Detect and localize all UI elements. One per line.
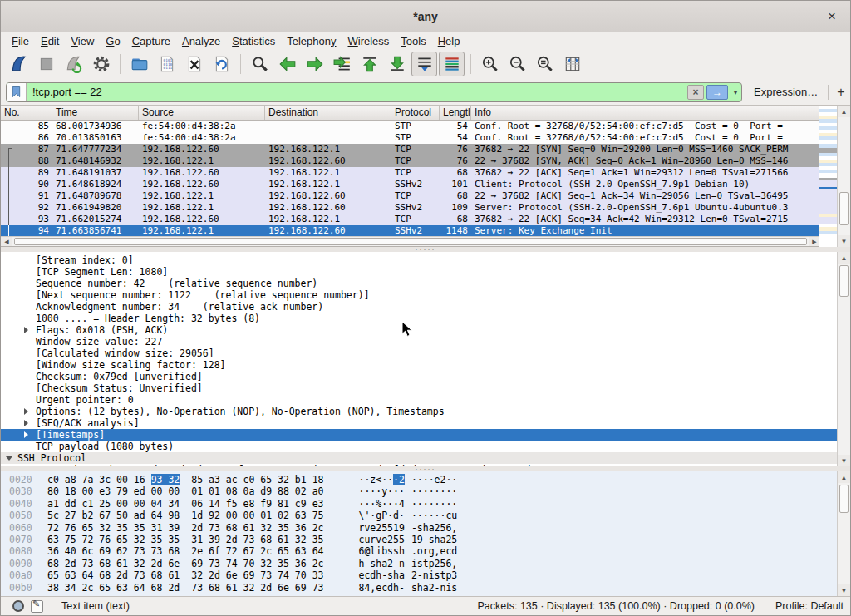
open-file-button[interactable] (126, 52, 152, 76)
hex-row[interactable]: 008036 40 6c 69 62 73 73 682e 6f 72 67 2… (1, 545, 850, 557)
expander-closed-icon[interactable] (24, 431, 28, 438)
menu-wireless[interactable]: Wireless (342, 34, 396, 48)
hex-row[interactable]: 0040a1 dd c1 25 00 00 04 3406 14 f5 e8 f… (1, 498, 850, 510)
hex-row[interactable]: 00a065 63 64 68 2d 73 68 6132 2d 6e 69 7… (1, 569, 850, 581)
detail-row[interactable]: Flags: 0x018 (PSH, ACK) (1, 324, 850, 336)
column-header-length[interactable]: Length (440, 106, 471, 120)
filter-expression-text[interactable]: !tcp.port == 22 (27, 86, 687, 98)
detail-row[interactable]: Checksum: 0x79ed [unverified] (1, 371, 850, 382)
stop-capture-button[interactable] (33, 52, 59, 76)
packet-list-hscrollbar[interactable]: ◀ ▶ (1, 236, 820, 246)
hex-row[interactable]: 007063 75 72 76 65 32 35 3531 39 2d 73 6… (1, 534, 850, 545)
hex-row[interactable]: 00505c 27 b2 67 50 ad 64 981d 92 00 00 0… (1, 510, 850, 521)
go-first-packet-button[interactable] (357, 52, 382, 76)
bytes-vscrollbar[interactable]: ▲ ▼ (837, 471, 850, 596)
detail-row[interactable]: [SEQ/ACK analysis] (1, 417, 850, 429)
scroll-down-arrow[interactable]: ▼ (838, 235, 850, 247)
expression-button[interactable]: Expression… (754, 86, 818, 98)
menu-edit[interactable]: Edit (35, 34, 65, 48)
packet-row[interactable]: 9271.661949820192.168.122.1192.168.122.6… (1, 202, 820, 214)
menu-statistics[interactable]: Statistics (226, 34, 281, 48)
detail-row[interactable]: Window size value: 227 (1, 336, 850, 347)
detail-row[interactable]: SSH Protocol (1, 452, 850, 464)
details-vscrollbar[interactable]: ▲ ▼ (837, 252, 850, 466)
capture-options-button[interactable] (88, 52, 114, 76)
packet-row[interactable]: 9071.648618924192.168.122.60192.168.122.… (1, 179, 820, 190)
column-header-destination[interactable]: Destination (265, 106, 391, 120)
close-window-button[interactable]: × (822, 7, 842, 27)
menu-capture[interactable]: Capture (126, 34, 176, 48)
profile-selector[interactable]: Profile: Default (765, 600, 844, 612)
packet-row[interactable]: 9471.663856741192.168.122.1192.168.122.6… (1, 225, 820, 237)
hscroll-thumb[interactable] (14, 238, 807, 245)
scroll-up-arrow[interactable]: ▲ (838, 471, 850, 483)
detail-row[interactable]: [Checksum Status: Unverified] (1, 382, 850, 394)
menu-telephony[interactable]: Telephony (281, 34, 342, 48)
detail-row[interactable]: Urgent pointer: 0 (1, 394, 850, 406)
hex-row[interactable]: 009068 2d 73 68 61 32 2d 6e69 73 74 70 3… (1, 558, 850, 569)
detail-row[interactable]: SSH Version 2 (encryption:chacha20-poly1… (1, 464, 850, 466)
expander-closed-icon[interactable] (24, 420, 28, 426)
hex-row[interactable]: 003080 18 00 e3 79 ed 00 0001 01 08 0a d… (1, 485, 850, 497)
packet-row[interactable]: 8971.648191037192.168.122.60192.168.122.… (1, 167, 820, 179)
detail-row[interactable]: Acknowledgment number: 34 (relative ack … (1, 301, 850, 313)
hex-row[interactable]: 0020c0 a8 7a 3c 00 16 93 3285 a3 ac c0 6… (1, 474, 850, 485)
hex-row[interactable]: 00b038 34 2c 65 63 64 68 2d73 68 61 32 2… (1, 582, 850, 594)
expander-closed-icon[interactable] (24, 327, 28, 333)
detail-row[interactable]: Options: (12 bytes), No-Operation (NOP),… (1, 406, 850, 417)
detail-row[interactable]: Sequence number: 42 (relative sequence n… (1, 278, 850, 289)
save-file-button[interactable]: 010101100111 (154, 52, 180, 76)
filter-history-dropdown[interactable]: ▾ (730, 85, 741, 100)
column-header-protocol[interactable]: Protocol (391, 106, 440, 120)
detail-row[interactable]: [Window size scaling factor: 128] (1, 359, 850, 371)
packet-list-vscrollbar[interactable]: ▲ ▼ (837, 106, 850, 247)
packet-row[interactable]: 8771.647777234192.168.122.60192.168.122.… (1, 144, 820, 155)
close-file-button[interactable] (181, 52, 207, 76)
packet-row[interactable]: 9371.662015274192.168.122.60192.168.122.… (1, 214, 820, 225)
column-header-info[interactable]: Info (471, 106, 820, 120)
reload-file-button[interactable] (209, 52, 234, 76)
filter-bookmark-button[interactable] (7, 83, 27, 101)
scroll-up-arrow[interactable]: ▲ (838, 252, 850, 264)
capture-comment-icon[interactable] (31, 600, 43, 613)
go-to-packet-button[interactable] (329, 52, 355, 76)
expander-open-icon[interactable] (6, 456, 12, 461)
restart-capture-button[interactable] (61, 52, 86, 76)
scroll-left-arrow[interactable]: ◀ (1, 237, 12, 246)
detail-row[interactable]: [Next sequence number: 1122 (relative se… (1, 289, 850, 301)
filter-apply-button[interactable]: → (706, 85, 728, 100)
zoom-out-button[interactable] (504, 52, 530, 76)
add-filter-button[interactable]: + (837, 85, 844, 100)
detail-row[interactable]: [Timestamps] (1, 429, 850, 441)
titlebar[interactable]: *any × (1, 1, 850, 32)
colorize-packets-button[interactable] (439, 52, 465, 76)
zoom-100-button[interactable] (532, 52, 558, 76)
expander-closed-icon[interactable] (24, 408, 28, 415)
packet-row[interactable]: 8670.013850163fe:54:00:d4:38:2aSTP54Conf… (1, 132, 820, 144)
detail-row[interactable]: TCP payload (1080 bytes) (1, 441, 850, 452)
detail-row[interactable]: 1000 .... = Header Length: 32 bytes (8) (1, 313, 850, 324)
menu-go[interactable]: Go (100, 34, 125, 48)
vscroll-thumb[interactable] (839, 192, 849, 225)
expert-info-icon[interactable] (12, 600, 24, 612)
scroll-down-arrow[interactable]: ▼ (838, 584, 850, 596)
menu-tools[interactable]: Tools (395, 34, 431, 48)
detail-row[interactable]: [TCP Segment Len: 1080] (1, 266, 850, 278)
go-last-packet-button[interactable] (384, 52, 410, 76)
intelligent-scrollbar-minimap[interactable] (819, 106, 837, 247)
packet-row[interactable]: 9171.648789678192.168.122.1192.168.122.6… (1, 190, 820, 202)
start-capture-button[interactable] (6, 52, 32, 76)
auto-scroll-button[interactable] (411, 52, 437, 76)
column-header-time[interactable]: Time (52, 106, 139, 120)
scroll-up-arrow[interactable]: ▲ (838, 106, 850, 117)
menu-file[interactable]: File (6, 34, 35, 48)
vscroll-thumb[interactable] (839, 485, 849, 513)
scroll-down-arrow[interactable]: ▼ (838, 455, 850, 466)
packet-row[interactable]: 8568.001734936fe:54:00:d4:38:2aSTP54Conf… (1, 121, 820, 132)
menu-view[interactable]: View (65, 34, 100, 48)
filter-clear-button[interactable]: × (687, 85, 704, 100)
go-next-packet-button[interactable] (302, 52, 327, 76)
detail-row[interactable]: [Stream index: 0] (1, 254, 850, 266)
detail-row[interactable]: [Calculated window size: 29056] (1, 347, 850, 359)
menu-analyze[interactable]: Analyze (176, 34, 226, 48)
